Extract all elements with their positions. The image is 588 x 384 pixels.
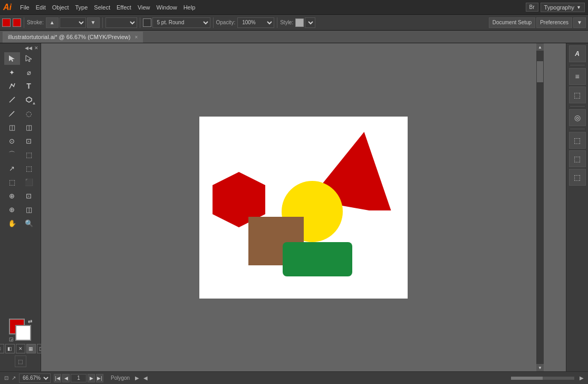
panel-btn-layers[interactable]: ⬚ xyxy=(569,150,586,167)
column-graph-tool[interactable]: ⊡ xyxy=(21,189,37,202)
vertical-scrollbar[interactable]: ▲ ▼ xyxy=(536,43,544,371)
perspective-tool[interactable]: ↗ xyxy=(4,162,20,175)
opacity-select[interactable]: 100% xyxy=(237,17,274,28)
first-page-btn[interactable]: |◀ xyxy=(54,374,61,382)
pen-tool[interactable] xyxy=(4,80,20,92)
selection-tool[interactable] xyxy=(4,52,20,65)
scroll-track[interactable] xyxy=(536,51,544,364)
last-page-btn[interactable]: ▶| xyxy=(96,374,103,382)
free-transform-tool[interactable]: ⊡ xyxy=(21,135,37,147)
live-paint-tool[interactable]: ◫ xyxy=(21,203,37,216)
none-btn[interactable]: ✕ xyxy=(16,344,25,353)
opacity-label: Opacity: xyxy=(216,20,236,25)
zoom-tool[interactable]: 🔍 xyxy=(21,217,37,229)
panel-sep-2 xyxy=(570,106,585,107)
bridge-button[interactable]: Br xyxy=(526,3,538,12)
menu-select[interactable]: Select xyxy=(94,4,110,11)
prev-page-btn[interactable]: ◀ xyxy=(62,374,70,382)
gradient-btn[interactable]: ◧ xyxy=(5,344,15,353)
tool-row-11: ⊕ ⊡ xyxy=(0,189,41,203)
ai-logo: Ai xyxy=(3,3,12,12)
solid-color-btn[interactable]: □ xyxy=(0,344,4,353)
magic-wand-tool[interactable]: ✦ xyxy=(4,66,20,79)
svg-line-3 xyxy=(9,97,15,102)
stroke-label: Stroke: xyxy=(27,20,44,25)
eraser-tool[interactable]: ◌ xyxy=(21,107,37,120)
document-tab[interactable]: illustratortutorial.ai* @ 66.67% (CMYK/P… xyxy=(2,31,143,43)
shape-builder-tool[interactable]: ⌒ xyxy=(4,148,20,161)
preferences-button[interactable]: Preferences xyxy=(536,17,572,28)
tab-close-button[interactable]: × xyxy=(134,34,138,40)
panel-btn-properties[interactable]: ≡ xyxy=(569,68,586,85)
workspace-selector[interactable]: Typography ▼ xyxy=(541,3,585,12)
brush-dot xyxy=(143,18,151,27)
menu-help[interactable]: Help xyxy=(184,4,196,11)
slice-tool[interactable]: ⊕ xyxy=(4,203,20,216)
progress-bar xyxy=(511,377,574,380)
rotate-tool[interactable]: ◫ xyxy=(4,121,20,133)
chart-tool[interactable]: ⬛ xyxy=(21,176,37,188)
panel-sep-1 xyxy=(570,65,585,65)
panel-btn-appearance[interactable]: ⬚ xyxy=(569,169,586,186)
left-toolbar: ◀◀ ✕ ✦ ⌀ T ▲ xyxy=(0,43,41,371)
toolbar-collapse-left[interactable]: ◀◀ xyxy=(25,45,32,51)
menu-effect[interactable]: Effect xyxy=(117,4,131,11)
menu-window[interactable]: Window xyxy=(157,4,177,11)
workspace-arrow: ▼ xyxy=(576,5,581,10)
menu-edit[interactable]: Edit xyxy=(36,4,46,11)
panel-btn-pathfinder[interactable]: ⬚ xyxy=(569,132,586,149)
menu-view[interactable]: View xyxy=(138,4,150,11)
menu-file[interactable]: File xyxy=(20,4,30,11)
stroke-select[interactable] xyxy=(60,17,86,28)
extra-options-button[interactable]: ▼ xyxy=(573,17,586,28)
panel-btn-align[interactable]: ◎ xyxy=(569,109,586,126)
fill-color-box[interactable] xyxy=(2,18,11,27)
line-tool[interactable] xyxy=(4,93,20,106)
stroke-up[interactable]: ▲ xyxy=(46,17,59,28)
menu-object[interactable]: Object xyxy=(52,4,69,11)
scale-tool[interactable]: ◫ xyxy=(21,121,37,133)
next-page-btn[interactable]: ▶ xyxy=(88,374,95,382)
green-rect-shape xyxy=(283,242,352,276)
panel-btn-type[interactable]: A xyxy=(569,45,586,62)
style-select[interactable] xyxy=(105,17,137,28)
svg-marker-4 xyxy=(26,97,32,102)
fill-indicator[interactable] xyxy=(13,18,21,27)
direct-selection-tool[interactable] xyxy=(21,52,37,65)
zoom-select[interactable]: 66.67% xyxy=(19,373,51,383)
swap-arrows-btn[interactable]: ⇄ xyxy=(28,319,32,324)
artboard[interactable] xyxy=(199,117,408,299)
stroke-swatch[interactable] xyxy=(15,325,31,341)
canvas-container xyxy=(199,117,408,299)
shape-tool[interactable]: ▲ xyxy=(21,93,37,106)
symbol-sprayer-tool[interactable]: ⊕ xyxy=(4,189,20,202)
artboard-tool[interactable]: ⬚ xyxy=(21,148,37,161)
lasso-tool[interactable]: ⌀ xyxy=(21,66,37,79)
toolbar-sep-1 xyxy=(24,17,24,28)
page-number-input[interactable] xyxy=(71,374,86,382)
hand-tool[interactable]: ✋ xyxy=(4,217,20,229)
status-icon-1: ⊡ xyxy=(4,375,8,381)
mesh-tool[interactable]: ⬚ xyxy=(21,162,37,175)
toolbar-collapse-right[interactable]: ✕ xyxy=(34,45,38,51)
style-dropdown[interactable] xyxy=(305,17,315,28)
scroll-up[interactable]: ▲ xyxy=(536,43,544,51)
gradient-tool[interactable]: ⬚ xyxy=(4,176,20,188)
default-colors-btn[interactable]: ◲ xyxy=(9,337,14,342)
panel-btn-transform[interactable]: ⬚ xyxy=(569,87,586,103)
svg-line-5 xyxy=(10,111,14,116)
panel-sep-3 xyxy=(570,129,585,129)
type-tool[interactable]: T xyxy=(21,80,37,92)
appearance-btn[interactable]: ▦ xyxy=(26,344,36,353)
stroke-down[interactable]: ▼ xyxy=(87,17,100,28)
workspace-label: Typography xyxy=(544,4,574,11)
scroll-thumb[interactable] xyxy=(537,61,543,82)
menu-type[interactable]: Type xyxy=(75,4,88,11)
scroll-down[interactable]: ▼ xyxy=(536,364,544,371)
pencil-tool[interactable] xyxy=(4,107,20,120)
view-mode-normal[interactable]: ⬚ xyxy=(15,356,26,367)
warp-tool[interactable]: ⊙ xyxy=(4,135,20,147)
style-box[interactable] xyxy=(295,18,304,27)
brush-select[interactable]: 5 pt. Round xyxy=(152,17,210,28)
doc-setup-button[interactable]: Document Setup xyxy=(489,17,536,28)
